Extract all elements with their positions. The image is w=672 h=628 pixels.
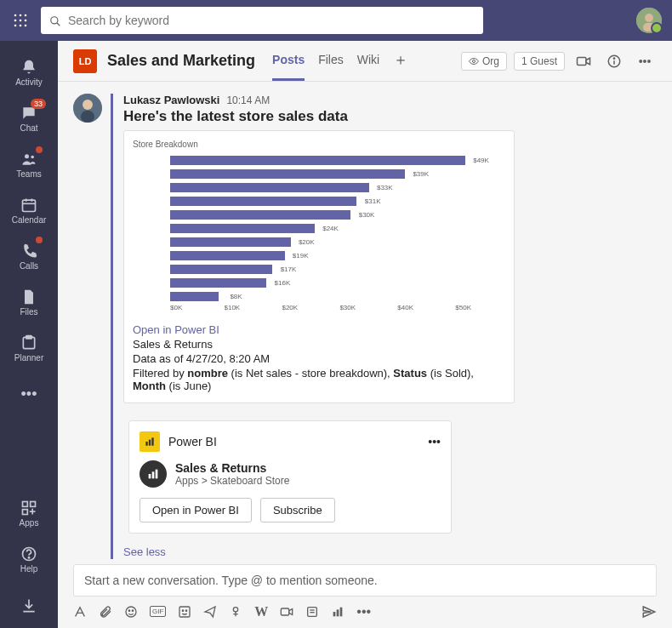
- svg-rect-38: [149, 440, 151, 446]
- chart-x-axis: $0K$10K$20K$30K$40K$50K: [133, 304, 505, 311]
- chart-bar: $30K: [170, 210, 350, 220]
- open-in-powerbi-link[interactable]: Open in Power BI: [133, 323, 505, 336]
- svg-rect-50: [282, 608, 289, 615]
- notification-dot: [36, 237, 43, 243]
- more-icon[interactable]: •••: [633, 49, 657, 73]
- profile-avatar[interactable]: [636, 8, 662, 33]
- message-author: Lukasz Pawlowski: [123, 94, 219, 106]
- forms-icon[interactable]: [305, 604, 319, 619]
- rail-label: Chat: [20, 123, 37, 133]
- emoji-icon[interactable]: [124, 604, 138, 619]
- powerbi-icon[interactable]: [331, 604, 345, 619]
- svg-rect-55: [337, 610, 339, 617]
- chart-bar: $33K: [170, 183, 369, 192]
- chart-tick-label: $50K: [455, 304, 471, 311]
- svg-point-35: [83, 100, 93, 110]
- chart-value-label: $30K: [359, 211, 375, 219]
- stream-icon[interactable]: [280, 604, 293, 619]
- tab-wiki[interactable]: Wiki: [357, 41, 379, 81]
- tab-add[interactable]: ＋: [393, 41, 408, 81]
- org-pill[interactable]: Org: [461, 52, 507, 71]
- svg-point-14: [25, 154, 29, 158]
- tab-posts[interactable]: Posts: [272, 41, 305, 81]
- message-time: 10:14 AM: [226, 94, 270, 106]
- format-icon[interactable]: [73, 604, 87, 619]
- tab-files[interactable]: Files: [318, 41, 344, 81]
- search-box[interactable]: [41, 7, 483, 34]
- apps-icon: [20, 499, 37, 517]
- compose-more-icon[interactable]: •••: [356, 604, 371, 619]
- attach-icon[interactable]: [99, 604, 112, 619]
- chart-bar: $31K: [170, 197, 356, 206]
- rail-help[interactable]: Help: [0, 536, 58, 582]
- chart-bar: $20K: [170, 237, 291, 247]
- svg-point-45: [132, 610, 133, 611]
- rail-label: Teams: [16, 169, 41, 179]
- rail-download[interactable]: [0, 582, 58, 628]
- info-icon[interactable]: [602, 49, 626, 73]
- svg-rect-13: [643, 23, 655, 31]
- rail-apps[interactable]: Apps: [0, 490, 58, 536]
- send-button[interactable]: [641, 603, 657, 619]
- channel-header: LD Sales and Marketing Posts Files Wiki …: [58, 41, 672, 82]
- search-input[interactable]: [68, 14, 475, 27]
- svg-point-43: [126, 607, 136, 617]
- meet-now-button[interactable]: [572, 49, 595, 73]
- svg-point-33: [613, 58, 614, 59]
- chart-tick-label: $10K: [225, 304, 241, 311]
- rail-label: Files: [20, 307, 37, 317]
- svg-rect-24: [23, 510, 28, 515]
- chart-tick-label: $40K: [397, 304, 413, 311]
- chart-bar: $8K: [170, 292, 219, 301]
- chart-tick-label: $0K: [170, 304, 182, 311]
- subscribe-button[interactable]: Subscribe: [260, 498, 335, 522]
- team-badge: LD: [73, 49, 97, 73]
- search-icon: [49, 14, 61, 27]
- rail-teams[interactable]: Teams: [0, 141, 58, 187]
- svg-point-4: [20, 20, 22, 22]
- svg-point-15: [31, 156, 34, 159]
- open-in-powerbi-button[interactable]: Open in Power BI: [140, 498, 252, 522]
- data-asof: Data as of 4/27/20, 8:20 AM: [133, 352, 505, 365]
- svg-rect-21: [26, 336, 32, 339]
- send-plane-icon[interactable]: [203, 604, 217, 619]
- rail-calls[interactable]: Calls: [0, 233, 58, 279]
- svg-point-2: [25, 14, 27, 17]
- rail-planner[interactable]: Planner: [0, 325, 58, 371]
- see-less-link[interactable]: See less: [123, 545, 657, 558]
- chart-body: Fama$49KCurrus$39KPirum$33KPomu$31KAbbas…: [133, 154, 505, 300]
- svg-point-29: [472, 60, 475, 63]
- chart-tick-label: $30K: [339, 304, 356, 311]
- chart-value-label: $20K: [299, 238, 315, 246]
- calendar-icon: [20, 196, 37, 214]
- chart-value-label: $33K: [377, 184, 393, 191]
- phone-icon: [20, 242, 37, 260]
- chart-title: Store Breakdown: [133, 140, 505, 149]
- rail-chat[interactable]: Chat 33: [0, 95, 58, 141]
- guests-pill[interactable]: 1 Guest: [514, 52, 565, 71]
- compose-input[interactable]: Start a new conversation. Type @ to ment…: [73, 564, 657, 597]
- rail-calendar[interactable]: Calendar: [0, 187, 58, 233]
- svg-point-12: [645, 14, 653, 22]
- svg-point-3: [14, 20, 17, 22]
- svg-line-10: [57, 23, 60, 26]
- author-avatar[interactable]: [73, 94, 102, 123]
- chart-bar: $16K: [170, 278, 266, 288]
- rail-more[interactable]: •••: [0, 371, 58, 417]
- card-more-icon[interactable]: •••: [428, 435, 441, 448]
- rail-activity[interactable]: Activity: [0, 49, 58, 95]
- app-launcher[interactable]: [10, 10, 31, 31]
- powerbi-report-card: Store Breakdown Fama$49KCurrus$39KPirum$…: [123, 130, 515, 403]
- svg-point-6: [14, 25, 17, 27]
- w-icon[interactable]: W: [254, 604, 268, 619]
- app-rail: Activity Chat 33 Teams Calendar Calls Fi…: [0, 41, 58, 628]
- report-name: Sales & Returns: [133, 338, 505, 351]
- rail-files[interactable]: Files: [0, 279, 58, 325]
- praise-icon[interactable]: [229, 604, 242, 619]
- gif-icon[interactable]: GIF: [150, 606, 166, 617]
- message-title: Here's the latest store sales data: [123, 108, 657, 125]
- help-icon: [20, 545, 37, 562]
- chart-value-label: $31K: [365, 197, 381, 205]
- sticker-icon[interactable]: [178, 604, 191, 619]
- notification-dot: [36, 146, 43, 153]
